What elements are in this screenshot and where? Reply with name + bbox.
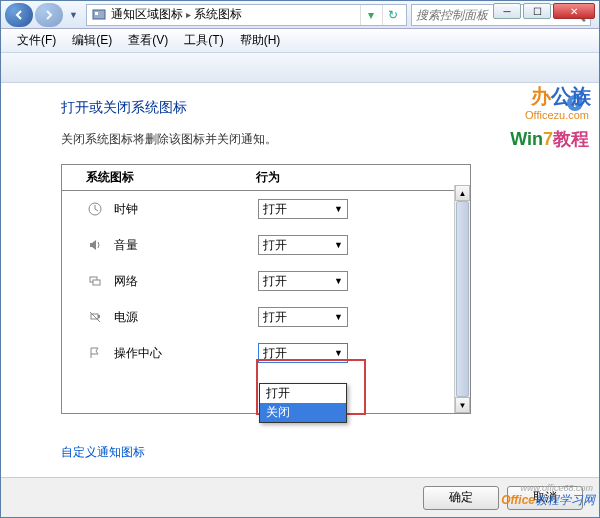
- row-label: 操作中心: [114, 345, 258, 362]
- behavior-select-power[interactable]: 打开▼: [258, 307, 348, 327]
- column-header-behavior: 行为: [256, 169, 426, 186]
- row-label: 电源: [114, 309, 258, 326]
- behavior-select-clock[interactable]: 打开▼: [258, 199, 348, 219]
- page-description: 关闭系统图标将删除该图标并关闭通知。: [61, 131, 575, 148]
- behavior-select-network[interactable]: 打开▼: [258, 271, 348, 291]
- links-section: 自定义通知图标 还原默认图标行为: [61, 444, 575, 479]
- address-dropdown[interactable]: ▾: [360, 5, 380, 25]
- link-customize-notifications[interactable]: 自定义通知图标: [61, 444, 575, 461]
- svg-rect-4: [93, 280, 100, 285]
- address-bar[interactable]: 通知区域图标 ▸ 系统图标 ▾ ↻: [86, 4, 407, 26]
- breadcrumb-item[interactable]: 通知区域图标: [111, 6, 183, 23]
- menu-view[interactable]: 查看(V): [120, 29, 176, 52]
- scroll-up-button[interactable]: ▲: [455, 185, 470, 201]
- flag-icon: [86, 344, 104, 362]
- scroll-thumb[interactable]: [456, 201, 469, 397]
- svg-rect-1: [95, 12, 98, 15]
- row-label: 时钟: [114, 201, 258, 218]
- table-row: 音量 打开▼: [62, 227, 470, 263]
- behavior-select-action-center[interactable]: 打开▼: [258, 343, 348, 363]
- maximize-button[interactable]: ☐: [523, 3, 551, 19]
- dropdown-option-close[interactable]: 关闭: [260, 403, 346, 422]
- breadcrumb-separator: ▸: [186, 9, 191, 20]
- scrollbar[interactable]: ▲ ▼: [454, 185, 470, 413]
- svg-rect-6: [98, 315, 100, 318]
- svg-rect-0: [93, 10, 105, 19]
- window-controls: ─ ☐ ✕: [493, 3, 595, 19]
- back-button[interactable]: [5, 3, 33, 27]
- row-label: 音量: [114, 237, 258, 254]
- minimize-button[interactable]: ─: [493, 3, 521, 19]
- watermark-url: Officezu.com: [525, 109, 589, 121]
- table-row: 电源 打开▼: [62, 299, 470, 335]
- refresh-button[interactable]: ↻: [382, 5, 402, 25]
- scroll-down-button[interactable]: ▼: [455, 397, 470, 413]
- network-icon: [86, 272, 104, 290]
- watermark-site-name: Office教程学习网: [501, 492, 595, 509]
- ok-button[interactable]: 确定: [423, 486, 499, 510]
- watermark-logo: 办公族: [531, 83, 591, 110]
- explorer-window: ▼ 通知区域图标 ▸ 系统图标 ▾ ↻ 🔍 ─ ☐ ✕ 文件(F) 编辑(E) …: [0, 0, 600, 518]
- column-header-icon: 系统图标: [86, 169, 256, 186]
- forward-button[interactable]: [35, 3, 63, 27]
- watermark-win7: Win7教程: [510, 127, 589, 151]
- menu-edit[interactable]: 编辑(E): [64, 29, 120, 52]
- table-row: 网络 打开▼: [62, 263, 470, 299]
- menu-file[interactable]: 文件(F): [9, 29, 64, 52]
- breadcrumb-item[interactable]: 系统图标: [194, 6, 242, 23]
- row-label: 网络: [114, 273, 258, 290]
- behavior-dropdown-list: 打开 关闭: [259, 383, 347, 423]
- control-panel-icon: [91, 7, 107, 23]
- system-icons-table: 系统图标 行为 时钟 打开▼ 音量 打开▼ 网络 打开▼ 电源: [61, 164, 471, 414]
- table-row: 操作中心 打开▼: [62, 335, 470, 371]
- dropdown-option-open[interactable]: 打开: [260, 384, 346, 403]
- behavior-select-volume[interactable]: 打开▼: [258, 235, 348, 255]
- clock-icon: [86, 200, 104, 218]
- toolbar: [1, 53, 599, 83]
- table-row: 时钟 打开▼: [62, 191, 470, 227]
- volume-icon: [86, 236, 104, 254]
- page-title: 打开或关闭系统图标: [61, 99, 575, 117]
- menubar: 文件(F) 编辑(E) 查看(V) 工具(T) 帮助(H): [1, 29, 599, 53]
- close-button[interactable]: ✕: [553, 3, 595, 19]
- nav-history-dropdown[interactable]: ▼: [69, 10, 78, 20]
- menu-help[interactable]: 帮助(H): [232, 29, 289, 52]
- menu-tools[interactable]: 工具(T): [176, 29, 231, 52]
- power-icon: [86, 308, 104, 326]
